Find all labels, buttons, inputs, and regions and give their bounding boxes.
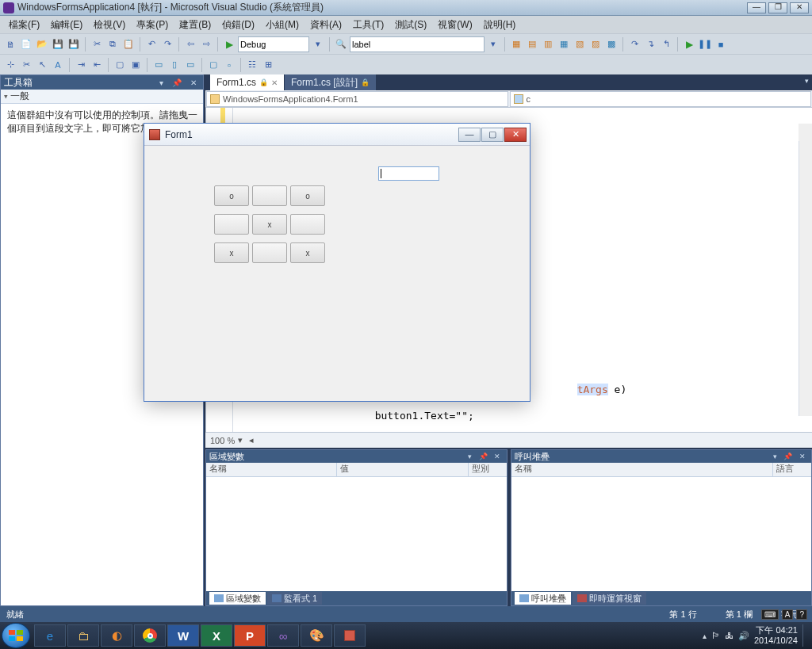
undo-icon[interactable]: ↶: [144, 37, 159, 52]
tab-callstack[interactable]: 呼叫堆疊: [515, 592, 571, 605]
open-icon[interactable]: 📂: [35, 37, 49, 52]
tray-overflow-icon[interactable]: ▴: [703, 632, 707, 640]
task-vs-icon[interactable]: ∞: [267, 624, 299, 647]
layout-icon[interactable]: ▥: [541, 37, 555, 52]
start-button[interactable]: [2, 623, 30, 648]
grid-btn-2[interactable]: o: [290, 185, 325, 206]
class-dropdown[interactable]: WindowsFormsApplication4.Form1: [206, 91, 508, 107]
btn-icon[interactable]: ▯: [167, 58, 182, 72]
form1-maximize-button[interactable]: ▢: [481, 128, 504, 142]
task-paint-icon[interactable]: 🎨: [301, 624, 332, 647]
layout-icon[interactable]: ▧: [573, 37, 587, 52]
task-media-icon[interactable]: ◐: [101, 624, 132, 647]
cut-icon[interactable]: ✂: [19, 58, 33, 72]
grid-btn-3[interactable]: [214, 214, 249, 235]
window-maximize-button[interactable]: ❐: [768, 2, 787, 13]
form1-title-bar[interactable]: Form1 — ▢ ✕: [144, 124, 530, 146]
uncomment-icon[interactable]: ▣: [128, 58, 143, 72]
tab-form1-cs[interactable]: Form1.cs 🔒 ✕: [210, 74, 284, 90]
menu-test[interactable]: 測試(S): [389, 17, 432, 33]
menu-window[interactable]: 視窗(W): [432, 17, 477, 33]
step-into-icon[interactable]: ↴: [643, 37, 657, 52]
window-close-button[interactable]: ✕: [790, 2, 809, 13]
grid-btn-0[interactable]: o: [214, 185, 249, 206]
btn-icon[interactable]: ☷: [245, 58, 259, 72]
menu-edit[interactable]: 編輯(E): [45, 17, 88, 33]
save-icon[interactable]: 💾: [51, 37, 65, 52]
layout-icon[interactable]: ▦: [557, 37, 571, 52]
menu-view[interactable]: 檢視(V): [88, 17, 131, 33]
pointer-icon[interactable]: ↖: [35, 58, 49, 72]
keyboard-icon[interactable]: ?: [796, 609, 807, 620]
tab-locals[interactable]: 區域變數: [209, 592, 266, 605]
grid-btn-5[interactable]: [290, 214, 325, 235]
continue-icon[interactable]: ▶: [682, 37, 696, 52]
nav-back-icon[interactable]: ⇦: [183, 37, 197, 52]
member-dropdown[interactable]: c: [510, 91, 812, 107]
stop-icon[interactable]: ■: [714, 37, 728, 52]
redo-icon[interactable]: ↷: [160, 37, 174, 52]
menu-file[interactable]: 檔案(F): [3, 17, 45, 33]
menu-data[interactable]: 資料(A): [304, 17, 347, 33]
task-app-icon[interactable]: [334, 624, 366, 647]
clock[interactable]: 下午 04:21 2014/10/24: [754, 625, 798, 646]
tab-immediate[interactable]: 即時運算視窗: [573, 592, 646, 605]
form1-textbox[interactable]: [378, 166, 439, 181]
outdent-icon[interactable]: ⇤: [90, 58, 104, 72]
layout-icon[interactable]: ▤: [525, 37, 539, 52]
grid-btn-1[interactable]: [252, 185, 287, 206]
vertical-scrollbar[interactable]: [799, 141, 812, 416]
format-icon[interactable]: A: [51, 58, 65, 72]
btn-icon[interactable]: ▭: [151, 58, 166, 72]
col-lang[interactable]: 語言: [773, 463, 811, 476]
menu-build[interactable]: 建置(B): [174, 17, 216, 33]
btn-icon[interactable]: ▭: [183, 58, 197, 72]
task-chrome-icon[interactable]: [134, 624, 166, 647]
layout-icon[interactable]: ▨: [588, 37, 603, 52]
tray-network-icon[interactable]: 🖧: [725, 631, 733, 640]
grid-btn-8[interactable]: x: [290, 242, 325, 263]
grid-btn-7[interactable]: [252, 242, 287, 263]
col-type[interactable]: 型別: [469, 463, 507, 476]
btn-icon[interactable]: ▢: [206, 58, 220, 72]
tab-overflow-icon[interactable]: ▾: [805, 77, 809, 85]
col-name[interactable]: 名稱: [511, 463, 774, 476]
tab-form1-design[interactable]: Form1.cs [設計] 🔒: [285, 74, 376, 90]
split-handle[interactable]: [799, 124, 812, 141]
pause-icon[interactable]: ❚❚: [698, 37, 712, 52]
panel-controls[interactable]: ▾ 📌 ✕: [773, 452, 808, 460]
new-project-icon[interactable]: 🗎: [3, 37, 17, 52]
keyboard-icon[interactable]: ⌨: [761, 609, 779, 620]
dropdown-icon[interactable]: ▾: [311, 37, 325, 52]
form1-minimize-button[interactable]: —: [458, 128, 481, 142]
task-explorer-icon[interactable]: 🗀: [67, 624, 99, 647]
keyboard-icon[interactable]: A: [782, 609, 794, 620]
menu-debug[interactable]: 偵錯(D): [216, 17, 260, 33]
nav-fwd-icon[interactable]: ⇨: [199, 37, 213, 52]
form1-close-button[interactable]: ✕: [504, 128, 527, 142]
comment-icon[interactable]: ▢: [113, 58, 127, 72]
copy-icon[interactable]: ⧉: [105, 37, 120, 52]
show-desktop-button[interactable]: [802, 624, 809, 647]
panel-controls[interactable]: ▾ 📌 ✕: [159, 78, 200, 87]
config-combo[interactable]: [238, 36, 309, 52]
locals-body[interactable]: [206, 477, 507, 591]
grid-btn-4[interactable]: x: [252, 214, 287, 235]
save-all-icon[interactable]: 💾: [67, 37, 81, 52]
indent-icon[interactable]: ⇥: [74, 58, 88, 72]
col-name[interactable]: 名稱: [206, 463, 337, 476]
paste-icon[interactable]: 📋: [121, 37, 136, 52]
start-debug-icon[interactable]: ▶: [222, 37, 236, 52]
layout-icon[interactable]: ▩: [604, 37, 619, 52]
add-item-icon[interactable]: 📄: [19, 37, 33, 52]
panel-controls[interactable]: ▾ 📌 ✕: [468, 452, 503, 460]
step-over-icon[interactable]: ↷: [627, 37, 642, 52]
zoom-value[interactable]: 100 %: [210, 436, 235, 445]
tray-flag-icon[interactable]: 🏳: [711, 631, 720, 640]
find-icon[interactable]: 🔍: [334, 37, 348, 52]
callstack-body[interactable]: [511, 477, 812, 591]
menu-team[interactable]: 小組(M): [260, 17, 304, 33]
btn-icon[interactable]: ⊞: [261, 58, 275, 72]
window-minimize-button[interactable]: —: [747, 2, 766, 13]
layout-icon[interactable]: ▦: [509, 37, 523, 52]
